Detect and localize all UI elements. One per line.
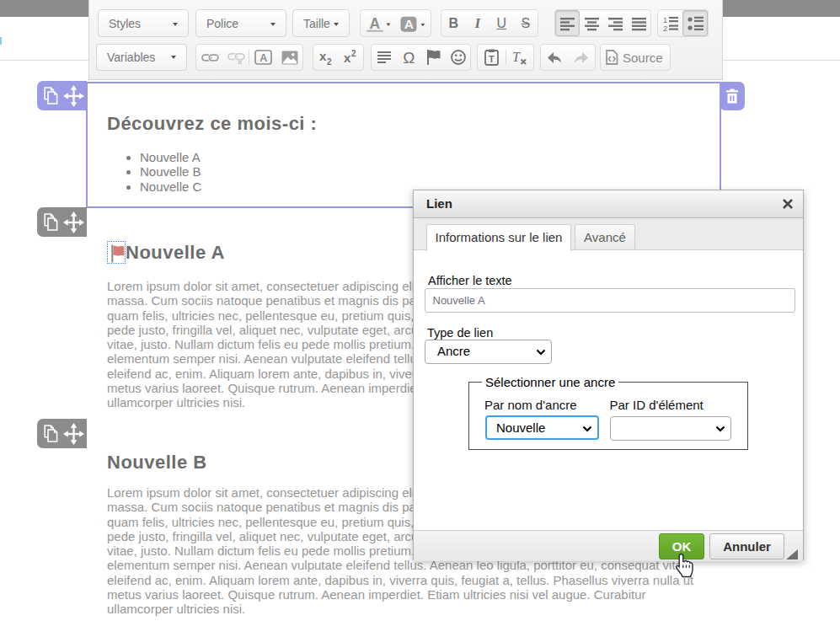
svg-text:2: 2 [327,57,332,66]
svg-text:1: 1 [663,15,667,24]
svg-text:A: A [370,15,381,32]
svg-text:2: 2 [351,49,356,58]
svg-text:T: T [512,50,521,64]
svg-text:x: x [344,51,351,65]
svg-text:2: 2 [663,24,667,32]
svg-text:x: x [319,49,327,63]
svg-text:A: A [259,52,267,64]
svg-text:A: A [404,17,414,31]
svg-text:T: T [489,54,495,64]
